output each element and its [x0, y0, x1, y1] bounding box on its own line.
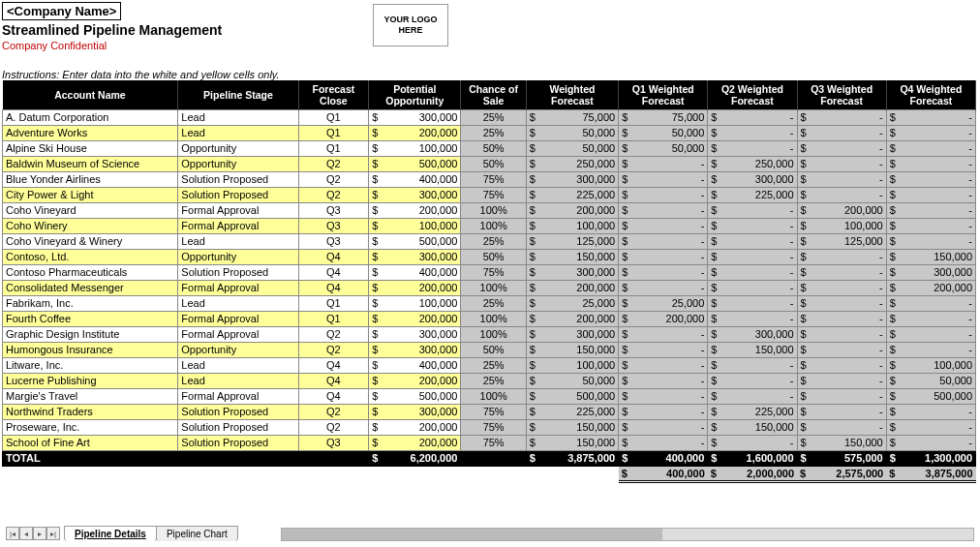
cell-account[interactable]: Coho Vineyard & Winery [3, 233, 178, 249]
cell-stage[interactable]: Lead [178, 109, 298, 125]
table-row[interactable]: Contoso, Ltd.OpportunityQ4$300,00050%$15… [3, 249, 976, 264]
cell-stage[interactable]: Lead [178, 233, 298, 249]
tab-pipeline-details[interactable]: Pipeline Details [64, 526, 157, 541]
cell-potential[interactable]: $400,000 [369, 264, 461, 280]
cell-account[interactable]: Consolidated Messenger [3, 280, 178, 295]
table-row[interactable]: Contoso PharmaceuticalsSolution Proposed… [3, 264, 976, 280]
cell-account[interactable]: Coho Winery [3, 218, 178, 233]
cell-stage[interactable]: Formal Approval [178, 388, 298, 404]
cell-close[interactable]: Q4 [298, 373, 369, 388]
cell-account[interactable]: School of Fine Art [3, 435, 178, 450]
cell-close[interactable]: Q4 [298, 264, 369, 280]
cell-stage[interactable]: Formal Approval [178, 311, 298, 326]
cell-stage[interactable]: Solution Proposed [178, 404, 298, 419]
cell-potential[interactable]: $200,000 [369, 311, 461, 326]
cell-close[interactable]: Q4 [298, 388, 369, 404]
cell-potential[interactable]: $200,000 [369, 202, 461, 218]
cell-account[interactable]: Fabrikam, Inc. [3, 295, 178, 311]
table-row[interactable]: Fabrikam, Inc.LeadQ1$100,00025%$25,000$2… [3, 295, 976, 311]
table-row[interactable]: Blue Yonder AirlinesSolution ProposedQ2$… [3, 171, 976, 187]
cell-stage[interactable]: Formal Approval [178, 280, 298, 295]
table-row[interactable]: Consolidated MessengerFormal ApprovalQ4$… [3, 280, 976, 295]
cell-potential[interactable]: $300,000 [369, 249, 461, 264]
cell-close[interactable]: Q1 [298, 125, 369, 140]
cell-stage[interactable]: Formal Approval [178, 326, 298, 342]
cell-stage[interactable]: Lead [178, 357, 298, 373]
cell-account[interactable]: Fourth Coffee [3, 311, 178, 326]
table-row[interactable]: Adventure WorksLeadQ1$200,00025%$50,000$… [3, 125, 976, 140]
cell-potential[interactable]: $200,000 [369, 435, 461, 450]
cell-potential[interactable]: $500,000 [369, 233, 461, 249]
cell-potential[interactable]: $200,000 [369, 280, 461, 295]
cell-stage[interactable]: Opportunity [178, 342, 298, 357]
cell-account[interactable]: Contoso, Ltd. [3, 249, 178, 264]
cell-potential[interactable]: $300,000 [369, 187, 461, 202]
table-row[interactable]: Northwind TradersSolution ProposedQ2$300… [3, 404, 976, 419]
cell-stage[interactable]: Solution Proposed [178, 171, 298, 187]
company-name-cell[interactable]: <Company Name> [2, 2, 121, 20]
cell-account[interactable]: Litware, Inc. [3, 357, 178, 373]
cell-close[interactable]: Q1 [298, 295, 369, 311]
tab-pipeline-chart[interactable]: Pipeline Chart [156, 526, 238, 541]
cell-close[interactable]: Q1 [298, 140, 369, 156]
nav-prev-icon[interactable]: ◂ [19, 527, 33, 540]
cell-stage[interactable]: Solution Proposed [178, 264, 298, 280]
table-row[interactable]: Coho VineyardFormal ApprovalQ3$200,00010… [3, 202, 976, 218]
cell-close[interactable]: Q2 [298, 419, 369, 435]
table-row[interactable]: Coho WineryFormal ApprovalQ3$100,000100%… [3, 218, 976, 233]
cell-close[interactable]: Q2 [298, 404, 369, 419]
cell-account[interactable]: Northwind Traders [3, 404, 178, 419]
cell-potential[interactable]: $100,000 [369, 295, 461, 311]
cell-close[interactable]: Q3 [298, 233, 369, 249]
cell-potential[interactable]: $400,000 [369, 357, 461, 373]
cell-stage[interactable]: Solution Proposed [178, 435, 298, 450]
table-row[interactable]: Alpine Ski HouseOpportunityQ1$100,00050%… [3, 140, 976, 156]
table-row[interactable]: Margie's TravelFormal ApprovalQ4$500,000… [3, 388, 976, 404]
nav-next-icon[interactable]: ▸ [33, 527, 46, 540]
cell-potential[interactable]: $100,000 [369, 218, 461, 233]
table-row[interactable]: Baldwin Museum of ScienceOpportunityQ2$5… [3, 156, 976, 171]
cell-account[interactable]: Alpine Ski House [3, 140, 178, 156]
cell-close[interactable]: Q1 [298, 311, 369, 326]
table-row[interactable]: Lucerne PublishingLeadQ4$200,00025%$50,0… [3, 373, 976, 388]
nav-last-icon[interactable]: ▸| [46, 527, 60, 540]
cell-potential[interactable]: $300,000 [369, 109, 461, 125]
cell-stage[interactable]: Opportunity [178, 156, 298, 171]
cell-close[interactable]: Q2 [298, 156, 369, 171]
table-row[interactable]: Fourth CoffeeFormal ApprovalQ1$200,00010… [3, 311, 976, 326]
cell-stage[interactable]: Lead [178, 295, 298, 311]
cell-close[interactable]: Q3 [298, 218, 369, 233]
cell-account[interactable]: Adventure Works [3, 125, 178, 140]
cell-close[interactable]: Q2 [298, 187, 369, 202]
cell-close[interactable]: Q2 [298, 342, 369, 357]
cell-account[interactable]: City Power & Light [3, 187, 178, 202]
cell-account[interactable]: Contoso Pharmaceuticals [3, 264, 178, 280]
cell-potential[interactable]: $500,000 [369, 156, 461, 171]
cell-stage[interactable]: Solution Proposed [178, 419, 298, 435]
cell-stage[interactable]: Formal Approval [178, 202, 298, 218]
cell-account[interactable]: Coho Vineyard [3, 202, 178, 218]
cell-close[interactable]: Q4 [298, 249, 369, 264]
cell-account[interactable]: Humongous Insurance [3, 342, 178, 357]
cell-close[interactable]: Q2 [298, 326, 369, 342]
cell-close[interactable]: Q4 [298, 357, 369, 373]
cell-account[interactable]: Baldwin Museum of Science [3, 156, 178, 171]
cell-potential[interactable]: $100,000 [369, 140, 461, 156]
table-row[interactable]: A. Datum CorporationLeadQ1$300,00025%$75… [3, 109, 976, 125]
logo-placeholder[interactable]: YOUR LOGO HERE [373, 4, 448, 46]
cell-potential[interactable]: $300,000 [369, 326, 461, 342]
horizontal-scrollbar[interactable] [281, 528, 974, 541]
cell-account[interactable]: Blue Yonder Airlines [3, 171, 178, 187]
cell-close[interactable]: Q2 [298, 171, 369, 187]
cell-potential[interactable]: $200,000 [369, 419, 461, 435]
cell-stage[interactable]: Opportunity [178, 140, 298, 156]
cell-potential[interactable]: $300,000 [369, 404, 461, 419]
cell-stage[interactable]: Lead [178, 125, 298, 140]
cell-account[interactable]: Graphic Design Institute [3, 326, 178, 342]
cell-account[interactable]: Margie's Travel [3, 388, 178, 404]
table-row[interactable]: Proseware, Inc.Solution ProposedQ2$200,0… [3, 419, 976, 435]
table-row[interactable]: Litware, Inc.LeadQ4$400,00025%$100,000$-… [3, 357, 976, 373]
cell-potential[interactable]: $200,000 [369, 373, 461, 388]
cell-close[interactable]: Q4 [298, 280, 369, 295]
table-row[interactable]: School of Fine ArtSolution ProposedQ3$20… [3, 435, 976, 450]
